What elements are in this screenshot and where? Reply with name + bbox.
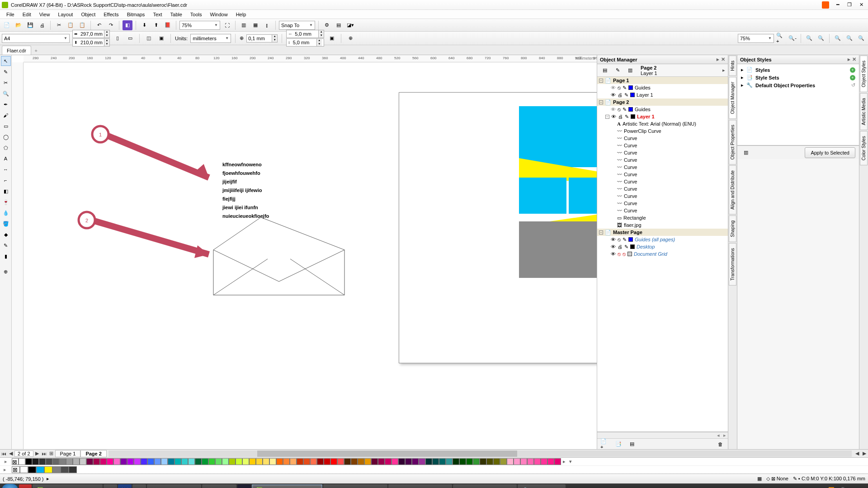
tree-master[interactable]: −📄Master Page [597,229,728,236]
zoom-height-button[interactable]: 🔍 [856,33,866,43]
zoom-combo[interactable]: 75%▼ [179,21,220,30]
color-swatch[interactable] [195,458,202,465]
color-swatch[interactable] [127,458,134,465]
page-prev-button[interactable]: ◀ [7,450,14,456]
tree-desktop[interactable]: 👁🖨✎Desktop [597,243,728,250]
parallel-dim-tool[interactable]: ↔ [1,164,11,174]
add-document-tab[interactable]: + [32,47,40,55]
grid-button[interactable]: ▦ [250,20,260,30]
zoom-all-button[interactable]: 🔍 [816,33,826,43]
color-swatch[interactable] [134,458,141,465]
menu-file[interactable]: File [3,11,18,18]
vtab-artistic-media[interactable]: Artistic Media [860,93,868,130]
color-swatch[interactable] [202,458,208,465]
quick-customize[interactable]: ⊕ [1,267,11,277]
color-swatch[interactable] [242,458,249,465]
hscroll-right[interactable]: ▶ [861,450,868,456]
color-swatch[interactable] [425,458,432,465]
color-swatch[interactable] [317,458,324,465]
zoom-page-button[interactable]: 🔍 [833,33,843,43]
menu-table[interactable]: Table [167,11,186,18]
rectangle-tool[interactable]: ▭ [1,121,11,131]
color-swatch[interactable] [66,458,73,465]
color-swatch[interactable] [181,458,188,465]
task-alphacam3[interactable]: ◔ Alphacam Ultimate … [453,484,517,488]
apply-to-selected-button[interactable]: Apply to Selected [805,147,855,158]
color-swatch[interactable] [507,458,514,465]
color-swatch[interactable] [554,458,561,465]
color-swatch[interactable] [486,458,493,465]
tree-p2-layer1[interactable]: −👁🖨✎Layer 1 [597,113,728,120]
color-swatch[interactable] [303,458,310,465]
page-next-button[interactable]: ▶ [33,450,41,456]
color-swatch[interactable] [80,458,86,465]
color-swatch[interactable] [337,458,344,465]
vtab-transformations[interactable]: Transformations [729,243,736,286]
options-button[interactable]: ⚙ [322,20,332,30]
vtab-object-manager[interactable]: Object Manager [729,77,736,119]
all-pages-button[interactable]: ◫ [144,33,154,43]
delete-layer-button[interactable]: 🗑 [715,439,725,449]
color-swatch[interactable] [188,458,195,465]
minimize-button[interactable]: ━ [833,1,843,9]
new-layer-button[interactable]: 📄+ [600,439,610,449]
launcher-button[interactable]: ▤ [334,20,344,30]
object-styles-title[interactable]: Object Styles ▸✕ [737,55,859,64]
close-button[interactable]: ✕ [856,1,866,9]
zoom-selection-button[interactable]: 🔍 [804,33,814,43]
tree-flaer-jpg[interactable]: 🖼flaer.jpg [597,221,728,229]
menu-effects[interactable]: Effects [100,11,122,18]
vtab-align[interactable]: Align and Distribute [729,165,736,215]
color-swatch[interactable] [310,458,317,465]
color-swatch[interactable] [439,458,446,465]
tree-curve[interactable]: 〰Curve [597,192,728,200]
palette2-prev-icon[interactable]: ▸ [2,467,8,473]
color-swatch[interactable] [283,458,290,465]
undo-button[interactable]: ↶ [94,20,104,30]
color-swatch[interactable] [44,466,52,473]
color-swatch[interactable] [256,458,263,465]
task-ps[interactable]: Ps [237,484,251,488]
no-fill-swatch-2[interactable]: ⊠ [12,466,20,473]
color-swatch[interactable] [527,458,534,465]
publish-pdf-button[interactable]: 📕 [163,20,173,30]
color-swatch[interactable] [236,458,242,465]
landscape-button[interactable]: ▭ [125,33,135,43]
hscroll-left[interactable]: ◀ [854,450,861,456]
tree-curve[interactable]: 〰Curve [597,142,728,149]
color-swatch[interactable] [330,458,337,465]
stylesets-row[interactable]: ▸📑Style Sets+ [739,74,857,81]
paper-size-combo[interactable]: A4▼ [2,34,70,43]
app-launcher-button[interactable]: ◪▾ [345,20,355,30]
styles-close-icon[interactable]: ✕ [852,56,856,62]
color-swatch[interactable] [19,458,25,465]
drawing-canvas[interactable]: 1 kffneowfnoweno fjoewhfouwehfo jijeijfi… [24,62,597,449]
freehand-tool[interactable]: ✒ [1,99,11,109]
palette-next-icon[interactable]: ▸ [561,459,567,465]
outline-indicator[interactable]: ✎ ▪ C:0 M:0 Y:0 K:100 0,176 mm [793,476,865,482]
object-details-icon[interactable]: ▸ [47,476,49,482]
color-swatch[interactable] [73,458,80,465]
fullscreen-button[interactable]: ⛶ [222,20,232,30]
page-width-input[interactable]: ⬌▲▼ [72,30,110,38]
tree-powerclip[interactable]: 〰PowerClip Curve [597,127,728,135]
zoom-in-button[interactable]: 🔍+ [776,33,786,43]
color-swatch[interactable] [208,458,215,465]
search-button[interactable]: ◧ [123,20,132,30]
color-swatch[interactable] [290,458,297,465]
color-swatch[interactable] [249,458,256,465]
menu-edit[interactable]: Edit [19,11,35,18]
tree-curve[interactable]: 〰Curve [597,156,728,164]
proof-colors-icon[interactable]: ▦ [757,476,762,482]
snap-combo[interactable]: Snap To▼ [279,21,315,30]
vtab-object-properties[interactable]: Object Properties [729,120,736,164]
horizontal-ruler[interactable]: 2802402001601208040040801201602002402803… [24,55,597,62]
tree-curve[interactable]: 〰Curve [597,185,728,192]
no-fill-swatch[interactable]: ⊠ [12,458,19,465]
defaults-row[interactable]: ▸🔧Default Object Properties↺ [739,81,857,89]
color-swatch[interactable] [25,458,32,465]
object-manager-title[interactable]: Object Manager ▸✕ [597,55,728,64]
interactive-fill-tool[interactable]: 🪣 [1,219,11,229]
crop-tool[interactable]: ✂ [1,78,11,88]
task-alphacam2[interactable]: ◔ Alphacam Ultimate … [388,484,452,488]
